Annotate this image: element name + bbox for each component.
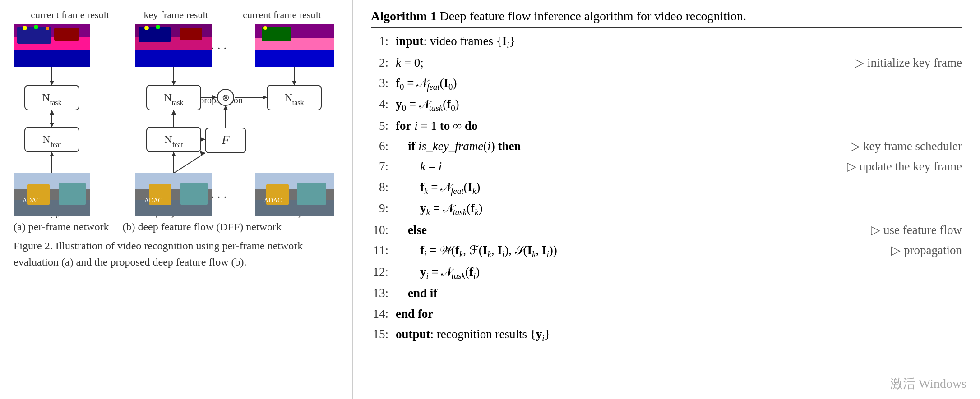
line-num-8: 8: <box>371 178 396 197</box>
svg-marker-22 <box>50 81 54 85</box>
line-comment-10: ▷ use feature flow <box>862 220 962 240</box>
line-num-9: 9: <box>371 199 396 218</box>
line-comment-7: ▷ update the key frame <box>838 157 962 176</box>
svg-rect-27 <box>25 85 79 110</box>
line-content-4: y0 = 𝒩task(f0) <box>396 95 962 115</box>
algo-line-12: 12: yi = 𝒩task(fi) <box>371 262 962 283</box>
svg-marker-45 <box>223 105 228 110</box>
watermark: 激活 Windows <box>890 375 966 392</box>
svg-rect-11 <box>139 27 171 42</box>
algo-line-11: 11: fi = 𝒲(fk, ℱ(Ik, Ii), 𝒮(Ik, Ii)) ▷ p… <box>371 241 962 261</box>
algo-line-4: 4: y0 = 𝒩task(f0) <box>371 95 962 115</box>
svg-text:current frame: current frame <box>270 215 319 218</box>
line-content-6: if is_key_frame(i) then <box>396 137 841 156</box>
svg-point-7 <box>46 27 49 30</box>
svg-text:key frame: key frame <box>156 215 192 218</box>
svg-rect-66 <box>59 183 86 205</box>
svg-text:current frame: current frame <box>28 215 76 218</box>
svg-marker-57 <box>50 152 54 156</box>
svg-text:ADAC: ADAC <box>264 197 282 204</box>
caption-row: (a) per-frame network (b) deep feature f… <box>14 221 338 233</box>
line-num-14: 14: <box>371 304 396 324</box>
line-content-11: fi = 𝒲(fk, ℱ(Ik, Ii), 𝒮(Ik, Ii)) <box>396 241 882 261</box>
algo-line-5: 5: for i = 1 to ∞ do <box>371 116 962 136</box>
svg-rect-29 <box>147 85 201 110</box>
svg-marker-26 <box>292 81 296 85</box>
algo-title-rest: Deep feature flow inference algorithm fo… <box>436 9 746 23</box>
line-content-9: yk = 𝒩task(fk) <box>396 199 962 220</box>
line-content-3: f0 = 𝒩feat(I0) <box>396 73 962 94</box>
algo-title: Algorithm 1 Deep feature flow inference … <box>371 9 962 28</box>
line-content-13: end if <box>396 284 962 303</box>
caption-a: (a) per-frame network <box>14 221 109 233</box>
line-num-6: 6: <box>371 137 396 156</box>
line-num-13: 13: <box>371 284 396 303</box>
svg-rect-12 <box>180 28 202 40</box>
svg-text:. . .: . . . <box>211 38 227 52</box>
line-num-15: 15: <box>371 325 396 344</box>
line-content-1: input: video frames {Ii} <box>396 32 962 52</box>
right-panel: Algorithm 1 Deep feature flow inference … <box>352 0 980 399</box>
line-content-7: k = i <box>396 157 838 176</box>
algo-line-1: 1: input: video frames {Ii} <box>371 32 962 52</box>
algo-line-7: 7: k = i ▷ update the key frame <box>371 157 962 176</box>
svg-rect-2 <box>14 50 90 67</box>
svg-point-14 <box>156 25 160 29</box>
algo-line-6: 6: if is_key_frame(i) then ▷ key frame s… <box>371 137 962 156</box>
line-num-2: 2: <box>371 53 396 73</box>
svg-rect-4 <box>54 28 79 41</box>
line-comment-2: ▷ initialize key frame <box>846 53 962 73</box>
label-current-frame-result-1: current frame result <box>31 9 109 21</box>
svg-marker-55 <box>201 137 205 142</box>
line-content-5: for i = 1 to ∞ do <box>396 116 962 136</box>
line-num-3: 3: <box>371 73 396 93</box>
line-content-8: fk = 𝒩feat(Ik) <box>396 178 962 198</box>
svg-point-5 <box>23 26 27 30</box>
svg-text:F: F <box>221 133 230 147</box>
svg-marker-51 <box>50 110 54 115</box>
line-num-7: 7: <box>371 157 396 176</box>
label-current-frame-result-2: current frame result <box>243 9 321 21</box>
svg-rect-31 <box>267 85 321 110</box>
svg-rect-72 <box>180 183 208 205</box>
line-content-12: yi = 𝒩task(fi) <box>396 262 962 283</box>
svg-text:ADAC: ADAC <box>144 197 162 204</box>
algo-line-13: 13: end if <box>371 284 962 303</box>
algo-line-15: 15: output: recognition results {yi} <box>371 325 962 345</box>
svg-line-60 <box>174 153 205 173</box>
line-comment-6: ▷ key frame scheduler <box>841 137 962 156</box>
svg-rect-48 <box>25 127 79 152</box>
svg-point-6 <box>34 25 38 29</box>
svg-text:ADAC: ADAC <box>23 197 41 204</box>
top-labels: current frame result key frame result cu… <box>14 9 338 21</box>
algo-title-bold: Algorithm 1 <box>371 9 436 23</box>
svg-rect-79 <box>297 183 326 205</box>
algo-line-8: 8: fk = 𝒩feat(Ik) <box>371 178 962 198</box>
svg-point-19 <box>263 26 267 30</box>
svg-text:. . .: . . . <box>211 187 227 201</box>
svg-text:⊗: ⊗ <box>222 92 230 102</box>
line-content-10: else <box>396 220 862 240</box>
line-comment-11: ▷ propagation <box>882 241 962 260</box>
svg-marker-53 <box>171 110 176 115</box>
svg-point-13 <box>144 26 149 30</box>
svg-rect-46 <box>147 127 201 152</box>
line-num-5: 5: <box>371 116 396 136</box>
figure-caption: Figure 2. Illustration of video recognit… <box>14 238 338 270</box>
label-key-frame-result: key frame result <box>144 9 208 21</box>
algo-line-10: 10: else ▷ use feature flow <box>371 220 962 240</box>
line-num-11: 11: <box>371 241 396 260</box>
svg-marker-24 <box>171 81 176 85</box>
line-num-10: 10: <box>371 220 396 240</box>
line-content-15: output: recognition results {yi} <box>396 325 962 345</box>
algo-line-2: 2: k = 0; ▷ initialize key frame <box>371 53 962 73</box>
line-content-14: end for <box>396 304 962 324</box>
svg-marker-39 <box>263 95 267 100</box>
algo-line-9: 9: yk = 𝒩task(fk) <box>371 199 962 220</box>
line-content-2: k = 0; <box>396 53 846 73</box>
algo-lines: 1: input: video frames {Ii} 2: k = 0; ▷ … <box>371 32 962 345</box>
svg-marker-59 <box>171 152 176 156</box>
line-num-1: 1: <box>371 32 396 51</box>
line-num-4: 4: <box>371 95 396 114</box>
main-diagram: . . . Ntask Ntask Ntask propagation <box>14 24 338 218</box>
